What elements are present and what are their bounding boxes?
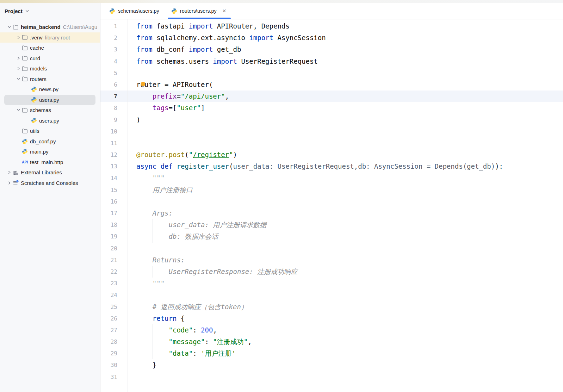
- tree-item-main-py[interactable]: main.py: [0, 147, 100, 157]
- tree-item-heima-backend[interactable]: heima_backendC:\Users\Augu: [0, 22, 100, 32]
- code-line-1[interactable]: from fastapi import APIRouter, Depends: [128, 20, 563, 32]
- code-line-12[interactable]: @router.post("/register"): [128, 149, 563, 161]
- code-line-21[interactable]: Returns:: [128, 254, 563, 266]
- line-number-2[interactable]: 2: [100, 32, 128, 44]
- line-number-17[interactable]: 17: [100, 207, 128, 219]
- code-line-11[interactable]: [128, 137, 563, 149]
- python-icon: [31, 86, 39, 92]
- code-line-25[interactable]: # 返回成功响应（包含token）: [128, 301, 563, 313]
- tree-item-users-py[interactable]: users.py: [0, 116, 100, 126]
- chevron-right-icon[interactable]: [15, 36, 22, 39]
- line-number-14[interactable]: 14: [100, 172, 128, 184]
- line-number-26[interactable]: 26: [100, 313, 128, 324]
- line-number-20[interactable]: 20: [100, 243, 128, 254]
- code-line-14[interactable]: """: [128, 172, 563, 184]
- code-line-7[interactable]: prefix="/api/user",: [128, 91, 563, 102]
- code-line-28[interactable]: "message": "注册成功",: [128, 336, 563, 348]
- line-number-13[interactable]: 13: [100, 161, 128, 172]
- tree-item-utils[interactable]: utils: [0, 126, 100, 136]
- code-line-10[interactable]: [128, 126, 563, 137]
- chevron-down-icon[interactable]: [15, 77, 22, 81]
- code-line-22[interactable]: UserRegisterResponse: 注册成功响应: [128, 266, 563, 278]
- line-number-5[interactable]: 5: [100, 67, 128, 79]
- code-content: from fastapi import APIRouter, Dependsfr…: [128, 20, 563, 383]
- code-line-26[interactable]: return {: [128, 313, 563, 324]
- line-number-7[interactable]: 7: [100, 91, 128, 102]
- code-line-13[interactable]: async def register_user(user_data: UserR…: [128, 161, 563, 172]
- code-line-24[interactable]: [128, 289, 563, 301]
- line-number-15[interactable]: 15: [100, 184, 128, 196]
- code-line-4[interactable]: from schemas.users import UserRegisterRe…: [128, 56, 563, 67]
- intention-bulb-icon[interactable]: [140, 81, 146, 88]
- line-number-9[interactable]: 9: [100, 114, 128, 126]
- close-tab-icon[interactable]: ✕: [222, 8, 227, 14]
- line-number-8[interactable]: 8: [100, 102, 128, 114]
- line-number-16[interactable]: 16: [100, 196, 128, 207]
- line-number-11[interactable]: 11: [100, 137, 128, 149]
- chevron-down-icon[interactable]: [15, 108, 22, 112]
- line-number-19[interactable]: 19: [100, 231, 128, 242]
- tab-label: routers\users.py: [180, 8, 217, 14]
- editor-tab-schemas-users-py[interactable]: schemas\users.py: [103, 3, 165, 19]
- line-number-1[interactable]: 1: [100, 20, 128, 32]
- code-line-19[interactable]: db: 数据库会话: [128, 231, 563, 242]
- code-line-5[interactable]: [128, 67, 563, 79]
- line-number-22[interactable]: 22: [100, 266, 128, 278]
- tree-item-news-py[interactable]: news.py: [0, 84, 100, 95]
- line-number-12[interactable]: 12: [100, 149, 128, 161]
- indent-guide: [153, 219, 153, 231]
- line-number-24[interactable]: 24: [100, 289, 128, 301]
- tree-item-scratches-and-consoles[interactable]: Scratches and Consoles: [0, 178, 100, 188]
- chevron-right-icon[interactable]: [6, 181, 13, 185]
- code-line-9[interactable]: ): [128, 114, 563, 126]
- line-number-23[interactable]: 23: [100, 278, 128, 289]
- python-icon: [171, 8, 177, 14]
- tree-item-models[interactable]: models: [0, 63, 100, 74]
- editor-tab-routers-users-py[interactable]: routers\users.py✕: [165, 3, 233, 19]
- line-number-10[interactable]: 10: [100, 126, 128, 137]
- code-line-15[interactable]: 用户注册接口: [128, 184, 563, 196]
- tree-item-users-py[interactable]: users.py: [4, 95, 95, 105]
- tree-item-routers[interactable]: routers: [0, 74, 100, 85]
- line-number-3[interactable]: 3: [100, 44, 128, 55]
- line-number-28[interactable]: 28: [100, 336, 128, 348]
- code-line-30[interactable]: }: [128, 359, 563, 371]
- code-line-17[interactable]: Args:: [128, 207, 563, 219]
- scratches-icon: [13, 180, 21, 186]
- chevron-down-icon[interactable]: [25, 9, 29, 13]
- line-number-31[interactable]: 31: [100, 371, 128, 383]
- line-number-18[interactable]: 18: [100, 219, 128, 231]
- code-line-2[interactable]: from sqlalchemy.ext.asyncio import Async…: [128, 32, 563, 44]
- chevron-down-icon[interactable]: [6, 25, 13, 29]
- code-line-6[interactable]: router = APIRouter(: [128, 79, 563, 91]
- line-number-29[interactable]: 29: [100, 348, 128, 359]
- chevron-right-icon[interactable]: [15, 67, 22, 70]
- ide-window: Project heima_backendC:\Users\Augu.venvl…: [0, 0, 563, 392]
- line-number-30[interactable]: 30: [100, 359, 128, 371]
- code-line-27[interactable]: "code": 200,: [128, 324, 563, 336]
- tree-item-test-main-http[interactable]: APItest_main.http: [0, 157, 100, 168]
- line-number-4[interactable]: 4: [100, 56, 128, 67]
- code-line-3[interactable]: from db_conf import get_db: [128, 44, 563, 55]
- line-number-25[interactable]: 25: [100, 301, 128, 313]
- tree-item-schemas[interactable]: schemas: [0, 105, 100, 116]
- code-line-23[interactable]: """: [128, 278, 563, 289]
- code-line-8[interactable]: tags=["user"]: [128, 102, 563, 114]
- line-number-6[interactable]: 6: [100, 79, 128, 91]
- tree-item-cache[interactable]: cache: [0, 43, 100, 53]
- chevron-right-icon[interactable]: [6, 170, 13, 174]
- code-editor[interactable]: 1234567891011121314151617181920212223242…: [100, 19, 563, 392]
- tree-item-curd[interactable]: curd: [0, 53, 100, 64]
- code-line-31[interactable]: [128, 371, 563, 383]
- tree-item-external-libraries[interactable]: External Libraries: [0, 167, 100, 178]
- code-line-20[interactable]: [128, 243, 563, 254]
- tree-item-label: routers: [30, 76, 47, 82]
- tree-item-db-conf-py[interactable]: db_conf.py: [0, 136, 100, 147]
- code-line-29[interactable]: "data": '用户注册': [128, 348, 563, 359]
- code-line-18[interactable]: user_data: 用户注册请求数据: [128, 219, 563, 231]
- line-number-27[interactable]: 27: [100, 324, 128, 336]
- line-number-21[interactable]: 21: [100, 254, 128, 266]
- tree-item-venv[interactable]: .venvlibrary root: [0, 32, 100, 43]
- code-line-16[interactable]: [128, 196, 563, 207]
- chevron-right-icon[interactable]: [15, 56, 22, 60]
